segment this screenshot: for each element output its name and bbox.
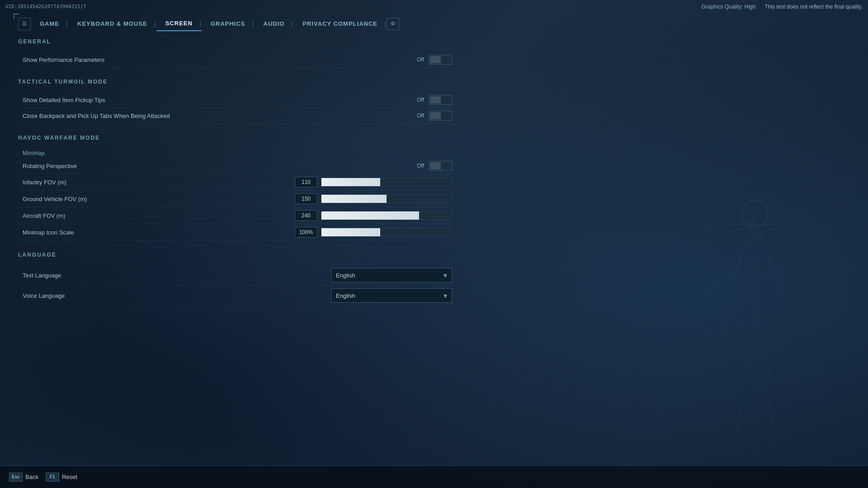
svg-line-4 <box>758 319 779 330</box>
tab-screen[interactable]: SCREEN <box>156 16 202 31</box>
setting-minimap-icon-scale-label: Minimap Icon Scale <box>18 229 295 236</box>
reset-key-badge: F1 <box>46 473 59 482</box>
infantry-fov-input[interactable]: 110 <box>295 177 317 188</box>
ground-vehicle-fov-track[interactable] <box>321 194 452 203</box>
tab-privacy-compliance[interactable]: PRIVACY COMPLIANCE <box>293 17 387 31</box>
toggle-rotating-perspective[interactable] <box>429 161 452 171</box>
setting-show-performance: Show Performance Parameters Off <box>18 52 452 68</box>
setting-close-backpack-value: Off <box>410 113 424 119</box>
setting-show-detailed-tips-label: Show Detailed Item Pickup Tips <box>18 97 410 103</box>
setting-show-detailed-tips: Show Detailed Item Pickup Tips Off <box>18 92 452 108</box>
back-button-label: Back <box>25 474 38 480</box>
text-language-dropdown[interactable]: English ▾ <box>331 268 452 282</box>
setting-show-performance-value: Off <box>410 56 424 63</box>
voice-language-dropdown-arrow: ▾ <box>443 291 447 300</box>
nav-icon-right[interactable]: ⚙ <box>387 18 399 30</box>
subsection-minimap-label: Minimap <box>18 148 452 158</box>
voice-language-dropdown[interactable]: English ▾ <box>331 288 452 303</box>
minimap-icon-scale-track[interactable] <box>321 228 452 237</box>
reset-button-label: Reset <box>62 474 77 480</box>
setting-rotating-perspective-value: Off <box>410 163 424 169</box>
setting-rotating-perspective-label: Rotating Perspective <box>18 163 410 169</box>
aircraft-fov-track[interactable] <box>321 211 452 220</box>
section-language-title: LANGUAGE <box>18 252 452 260</box>
toggle-show-detailed-tips[interactable] <box>429 95 452 105</box>
back-key-badge: Esc <box>9 473 23 482</box>
setting-voice-language: Voice Language English ▾ <box>18 286 452 306</box>
main-content: GENERAL Show Performance Parameters Off … <box>18 38 452 317</box>
setting-infantry-fov-label: Infantry FOV (m) <box>18 179 295 186</box>
quality-warning-label: This test does not reflect the final qua… <box>764 4 863 10</box>
infantry-fov-track[interactable] <box>321 178 452 187</box>
section-tactical-title: TACTICAL TURMOIL MODE <box>18 79 452 87</box>
setting-text-language: Text Language English ▾ <box>18 265 452 286</box>
toggle-show-performance[interactable] <box>429 55 452 65</box>
nav-icon-left[interactable]: ☰ <box>18 18 31 30</box>
voice-language-value: English <box>336 292 355 299</box>
svg-line-3 <box>731 319 753 330</box>
section-general: GENERAL Show Performance Parameters Off <box>18 38 452 68</box>
setting-rotating-perspective: Rotating Perspective Off <box>18 158 452 174</box>
uid-display: UID:185145426207743904215|T <box>5 4 86 9</box>
tab-graphics[interactable]: GRAPHICS <box>202 17 255 31</box>
section-tactical: TACTICAL TURMOIL MODE Show Detailed Item… <box>18 79 452 124</box>
section-language: LANGUAGE Text Language English ▾ Voice L… <box>18 252 452 306</box>
setting-voice-language-label: Voice Language <box>18 292 331 299</box>
setting-show-performance-label: Show Performance Parameters <box>18 56 410 63</box>
setting-close-backpack-label: Close Backpack and Pick Up Tabs When Bei… <box>18 113 410 119</box>
toggle-close-backpack[interactable] <box>429 111 452 121</box>
section-general-title: GENERAL <box>18 38 452 47</box>
ground-vehicle-fov-input[interactable]: 150 <box>295 193 317 204</box>
setting-show-detailed-tips-value: Off <box>410 97 424 103</box>
ground-vehicle-fov-slider-container: 150 <box>295 193 452 204</box>
section-havoc: HAVOC WARFARE MODE Minimap Rotating Pers… <box>18 135 452 241</box>
tab-keyboard-mouse[interactable]: KEYBOARD & MOUSE <box>68 17 156 31</box>
tab-game[interactable]: GAME <box>31 17 68 31</box>
back-button[interactable]: Esc Back <box>9 473 38 482</box>
text-language-value: English <box>336 272 355 279</box>
graphics-quality-label: Graphics Quality: High <box>701 4 755 10</box>
infantry-fov-slider-container: 110 <box>295 177 452 188</box>
setting-minimap-icon-scale: Minimap Icon Scale 100% <box>18 224 452 241</box>
setting-ground-vehicle-fov-label: Ground Vehicle FOV (m) <box>18 196 295 202</box>
text-language-dropdown-arrow: ▾ <box>443 271 447 280</box>
top-right-info: Graphics Quality: High This test does no… <box>701 4 863 10</box>
setting-infantry-fov: Infantry FOV (m) 110 <box>18 174 452 191</box>
aircraft-fov-slider-container: 240 <box>295 210 452 221</box>
setting-aircraft-fov: Aircraft FOV (m) 240 <box>18 207 452 224</box>
bottom-bar: Esc Back F1 Reset <box>0 465 868 488</box>
navigation-tabs: ☰ GAME KEYBOARD & MOUSE SCREEN GRAPHICS … <box>18 16 399 31</box>
minimap-icon-scale-input[interactable]: 100% <box>295 227 317 238</box>
setting-close-backpack: Close Backpack and Pick Up Tabs When Bei… <box>18 108 452 124</box>
setting-aircraft-fov-label: Aircraft FOV (m) <box>18 212 295 219</box>
aircraft-fov-input[interactable]: 240 <box>295 210 317 221</box>
setting-ground-vehicle-fov: Ground Vehicle FOV (m) 150 <box>18 191 452 207</box>
reset-button[interactable]: F1 Reset <box>46 473 77 482</box>
section-havoc-title: HAVOC WARFARE MODE <box>18 135 452 143</box>
tab-audio[interactable]: AUDIO <box>255 17 294 31</box>
minimap-icon-scale-slider-container: 100% <box>295 227 452 238</box>
setting-text-language-label: Text Language <box>18 272 331 279</box>
